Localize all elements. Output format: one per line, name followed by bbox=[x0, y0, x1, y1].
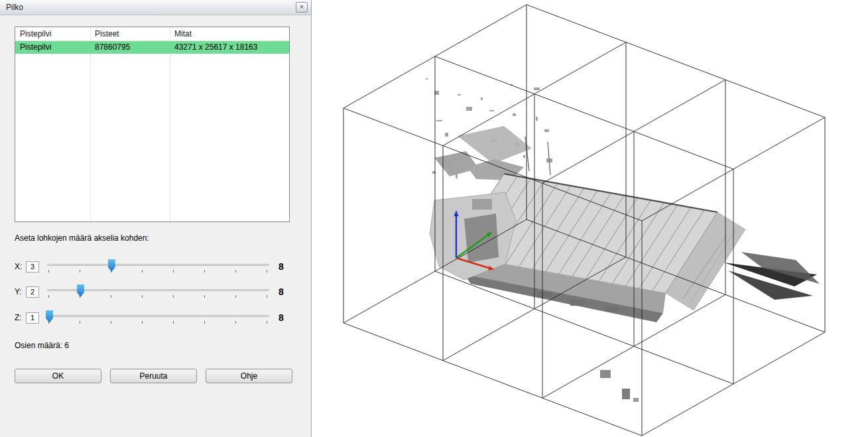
column-header-pistepilvi[interactable]: Pistepilvi bbox=[15, 27, 90, 40]
column-header-pisteet[interactable]: Pisteet bbox=[90, 27, 170, 40]
slider-x-value[interactable]: 3 bbox=[26, 261, 39, 273]
slider-z-max: 8 bbox=[279, 312, 290, 323]
parts-count-label: Osien määrä: 6 bbox=[15, 341, 69, 350]
slider-x-max: 8 bbox=[279, 261, 290, 272]
slider-x-label: X: bbox=[15, 262, 26, 271]
slider-z-ticks bbox=[48, 321, 267, 324]
slider-row-z: Z: 1 8 bbox=[15, 310, 290, 326]
pointcloud-table: Pistepilvi Pisteet Mitat Pistepilvi 8786… bbox=[15, 27, 290, 222]
column-separator bbox=[90, 27, 91, 221]
slider-z-value[interactable]: 1 bbox=[26, 312, 39, 324]
slider-row-y: Y: 2 8 bbox=[15, 284, 290, 300]
dialog-title: Pilko bbox=[6, 3, 23, 12]
close-icon: × bbox=[300, 3, 304, 11]
ok-button[interactable]: OK bbox=[15, 369, 101, 383]
slider-y-max: 8 bbox=[279, 286, 290, 297]
application-window: Pilko × Pistepilvi Pisteet Mitat Pistepi… bbox=[0, 0, 868, 437]
slider-x-track[interactable] bbox=[47, 264, 269, 266]
column-separator bbox=[170, 27, 170, 221]
column-header-mitat[interactable]: Mitat bbox=[170, 27, 289, 40]
point-cloud bbox=[426, 78, 820, 402]
table-header: Pistepilvi Pisteet Mitat bbox=[15, 27, 289, 41]
close-button[interactable]: × bbox=[296, 2, 308, 13]
help-button[interactable]: Ohje bbox=[206, 369, 292, 383]
slider-x[interactable] bbox=[46, 259, 271, 275]
pilko-dialog: Pilko × Pistepilvi Pisteet Mitat Pistepi… bbox=[0, 0, 312, 437]
slider-z-track[interactable] bbox=[47, 315, 269, 317]
table-row[interactable]: Pistepilvi 87860795 43271 x 25617 x 1816… bbox=[15, 41, 289, 54]
slider-y-label: Y: bbox=[15, 287, 26, 296]
cell-name: Pistepilvi bbox=[15, 41, 90, 54]
sliders-section-label: Aseta lohkojen määrä akselia kohden: bbox=[15, 233, 149, 243]
cancel-button[interactable]: Peruuta bbox=[110, 369, 197, 383]
slider-z-label: Z: bbox=[15, 313, 26, 322]
viewport-3d[interactable] bbox=[312, 0, 868, 437]
slider-y-value[interactable]: 2 bbox=[26, 286, 39, 298]
slider-x-ticks bbox=[48, 270, 267, 273]
slider-y[interactable] bbox=[46, 284, 271, 300]
dialog-titlebar[interactable]: Pilko × bbox=[0, 0, 311, 15]
slider-row-x: X: 3 8 bbox=[15, 259, 290, 275]
cell-dimensions: 43271 x 25617 x 18163 bbox=[170, 41, 289, 54]
slider-z[interactable] bbox=[46, 310, 271, 326]
cell-points: 87860795 bbox=[90, 41, 170, 54]
